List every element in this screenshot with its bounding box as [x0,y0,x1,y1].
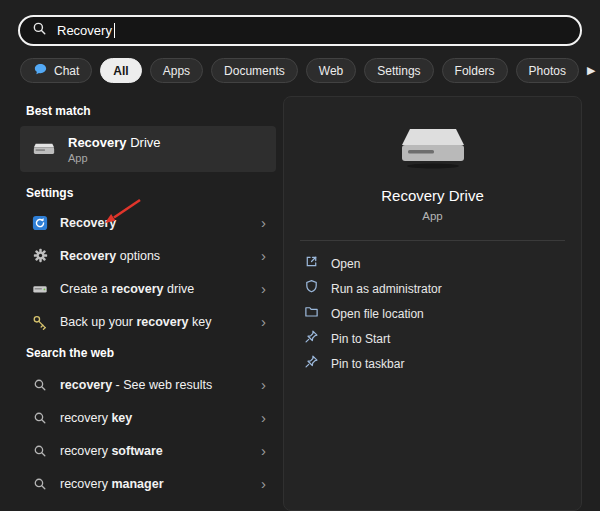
action-pin-to-start[interactable]: Pin to Start [300,326,565,351]
tab-settings[interactable]: Settings [364,58,433,83]
preview-subtitle: App [422,210,442,222]
tab-label: Apps [163,64,190,78]
result-label: Create a recovery drive [60,282,194,296]
pin-icon [304,354,319,373]
chevron-right-icon: › [261,248,266,263]
preview-panel: Recovery Drive App Open Run as administr… [283,96,582,511]
web-result-recovery-key[interactable]: recovery key › [20,401,276,434]
settings-result-create-recovery-drive[interactable]: Create a recovery drive › [20,272,276,305]
chevron-right-icon: › [261,476,266,491]
gear-icon [30,248,50,263]
chat-bubble-icon [33,62,48,80]
tab-label: Web [319,64,343,78]
context-actions-list: Open Run as administrator Open file loca… [300,251,565,376]
action-open-file-location[interactable]: Open file location [300,301,565,326]
tab-web[interactable]: Web [306,58,356,83]
pin-icon [304,329,319,348]
settings-result-recovery-options[interactable]: Recovery options › [20,239,276,272]
search-icon [30,444,50,458]
chevron-right-icon: › [261,215,266,230]
shield-icon [304,279,319,298]
action-label: Open file location [331,307,424,321]
action-label: Pin to Start [331,332,390,346]
preview-title: Recovery Drive [381,187,484,204]
tab-label: Photos [529,64,566,78]
tab-label: Settings [377,64,420,78]
text-caret [114,23,115,38]
web-result-recovery-software[interactable]: recovery software › [20,434,276,467]
result-title: Recovery Drive [68,135,161,150]
drive-icon [30,281,50,297]
result-subtitle: App [68,152,161,164]
best-match-result-recovery-drive[interactable]: Recovery Drive App [20,126,276,172]
expand-tabs-button[interactable]: ▶ [587,64,595,77]
search-the-web-heading: Search the web [26,346,280,360]
settings-result-recovery[interactable]: Recovery › [20,206,276,239]
divider [300,240,565,241]
result-label: recovery manager [60,477,164,491]
result-label: recovery software [60,444,163,458]
tab-label: Folders [455,64,495,78]
chevron-right-icon: › [261,314,266,329]
open-icon [304,254,319,273]
search-icon [30,477,50,491]
result-label: Recovery options [60,249,160,263]
settings-result-backup-recovery-key[interactable]: Back up your recovery key › [20,305,276,338]
search-results-list: Best match Recovery Drive App Settings [20,96,280,500]
action-label: Run as administrator [331,282,442,296]
search-icon [30,378,50,392]
drive-icon-large [396,125,470,175]
key-icon [30,314,50,330]
tab-label: All [113,64,128,78]
web-result-recovery[interactable]: recovery - See web results › [20,368,276,401]
action-label: Open [331,257,360,271]
best-match-heading: Best match [26,104,280,118]
action-open[interactable]: Open [300,251,565,276]
result-label: Recovery [60,216,116,230]
search-input[interactable]: Recovery [18,15,582,46]
tab-chat[interactable]: Chat [20,58,92,83]
recovery-icon [30,215,50,231]
search-query-text: Recovery [57,23,112,38]
action-pin-to-taskbar[interactable]: Pin to taskbar [300,351,565,376]
tab-label: Documents [224,64,285,78]
result-label: recovery - See web results [60,378,212,392]
chevron-right-icon: › [261,281,266,296]
result-label: Back up your recovery key [60,315,212,329]
tab-photos[interactable]: Photos [516,58,579,83]
chevron-right-icon: › [261,443,266,458]
action-run-as-administrator[interactable]: Run as administrator [300,276,565,301]
search-icon [30,411,50,425]
tab-documents[interactable]: Documents [211,58,298,83]
web-result-recovery-manager[interactable]: recovery manager › [20,467,276,500]
tab-folders[interactable]: Folders [442,58,508,83]
search-icon [32,21,47,40]
tab-apps[interactable]: Apps [150,58,203,83]
settings-heading: Settings [26,186,280,200]
folder-icon [304,304,319,323]
drive-icon [32,138,56,161]
chevron-right-icon: › [261,377,266,392]
tab-label: Chat [54,64,79,78]
tab-all[interactable]: All [100,58,141,83]
action-label: Pin to taskbar [331,357,404,371]
result-label: recovery key [60,411,132,425]
filter-tabs-bar: Chat All Apps Documents Web Settings Fol… [20,58,582,83]
chevron-right-icon: › [261,410,266,425]
